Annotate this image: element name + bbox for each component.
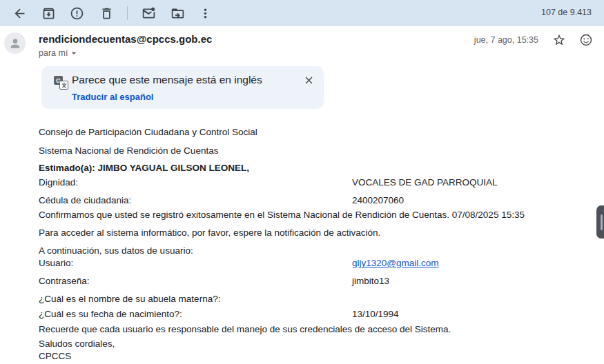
scrollbar-thumb[interactable] <box>596 205 604 239</box>
translate-banner: G Parece que este mensaje está en inglés… <box>41 66 324 109</box>
back-button[interactable] <box>11 5 28 21</box>
report-spam-button[interactable] <box>68 5 85 21</box>
body-line: Sistema Nacional de Rendición de Cuentas <box>39 145 604 156</box>
message-count: 107 de 9.413 <box>541 8 592 17</box>
field-value: 13/10/1994 <box>352 309 399 319</box>
field-label: Cédula de ciudadania: <box>39 195 131 205</box>
field-value: jimbito13 <box>352 276 389 286</box>
add-reaction-button[interactable] <box>578 32 594 48</box>
body-line: Confirmamos que usted se registró exitos… <box>39 210 604 220</box>
top-toolbar: 107 de 9.413 <box>0 0 604 26</box>
body-line: Recuerde que cada usuario es responsable… <box>39 324 604 334</box>
move-to-button[interactable] <box>169 5 186 21</box>
scrollbar-thumb-inner <box>601 214 603 230</box>
sender-email[interactable]: rendiciondecuentas@cpccs.gob.ec <box>39 33 212 45</box>
delete-button[interactable] <box>98 5 115 21</box>
toolbar-divider <box>127 6 128 20</box>
star-button[interactable] <box>551 32 567 48</box>
body-line: Para acceder al sistema informático, por… <box>39 228 604 238</box>
move-to-folder-icon <box>171 6 185 21</box>
gmail-message-screen: 107 de 9.413 rendiciondecuentas@cpccs.go… <box>0 0 604 364</box>
mark-unread-button[interactable] <box>140 5 157 21</box>
body-line: Consejo de Participación Ciudadana y Con… <box>39 127 604 137</box>
star-icon <box>552 33 566 47</box>
translate-action-link[interactable]: Traducir al español <box>72 92 154 102</box>
field-row-cedula: Cédula de ciudadania: 2400207060 <box>39 195 604 205</box>
usuario-email-link[interactable]: gljy1320@gmail.com <box>352 258 439 268</box>
archive-button[interactable] <box>40 5 57 21</box>
recipient-label: para mí <box>39 48 68 58</box>
smiley-icon <box>579 33 593 47</box>
archive-icon <box>41 6 56 21</box>
more-vert-icon <box>198 6 213 21</box>
report-spam-icon <box>70 6 84 21</box>
body-line: A continuación, sus datos de usuario: <box>39 245 604 256</box>
field-row-contrasena: Contraseña: jimbito13 <box>39 276 604 286</box>
field-row-abuela: ¿Cuál es el nombre de su abuela materna?… <box>39 294 604 304</box>
field-value: VOCALES DE GAD PARROQUIAL <box>352 177 498 188</box>
field-label: ¿Cuál es su fecha de nacimiento?: <box>39 309 182 319</box>
signature-line: CPCCS <box>39 351 604 361</box>
field-label: Contraseña: <box>39 276 90 286</box>
trash-icon <box>99 6 114 21</box>
google-translate-icon: G <box>54 76 68 90</box>
field-label: ¿Cuál es el nombre de su abuela materna?… <box>39 294 220 304</box>
recipient-toggle[interactable]: para mí <box>39 48 79 59</box>
message-date: jue, 7 ago, 15:35 <box>474 35 538 45</box>
translate-message: Parece que este mensaje está en inglés <box>72 74 262 86</box>
closing-line: Saludos cordiales, <box>39 338 604 349</box>
chevron-down-icon <box>68 48 79 59</box>
field-label: Usuario: <box>39 258 73 268</box>
back-arrow-icon <box>12 6 27 21</box>
field-label: Dignidad: <box>39 177 78 188</box>
more-options-button[interactable] <box>197 5 213 21</box>
field-row-nacimiento: ¿Cuál es su fecha de nacimiento?: 13/10/… <box>39 309 604 319</box>
mark-unread-icon <box>142 6 156 21</box>
close-icon <box>303 74 315 86</box>
greeting-line: Estimado(a): JIMBO YAGUAL GILSON LEONEL, <box>39 163 604 173</box>
field-row-usuario: Usuario: gljy1320@gmail.com <box>39 258 604 268</box>
person-icon <box>8 37 22 50</box>
sender-avatar[interactable] <box>4 32 26 54</box>
field-value: 2400207060 <box>352 195 404 205</box>
field-row-dignidad: Dignidad: VOCALES DE GAD PARROQUIAL <box>39 177 604 188</box>
banner-close-button[interactable] <box>300 72 317 88</box>
